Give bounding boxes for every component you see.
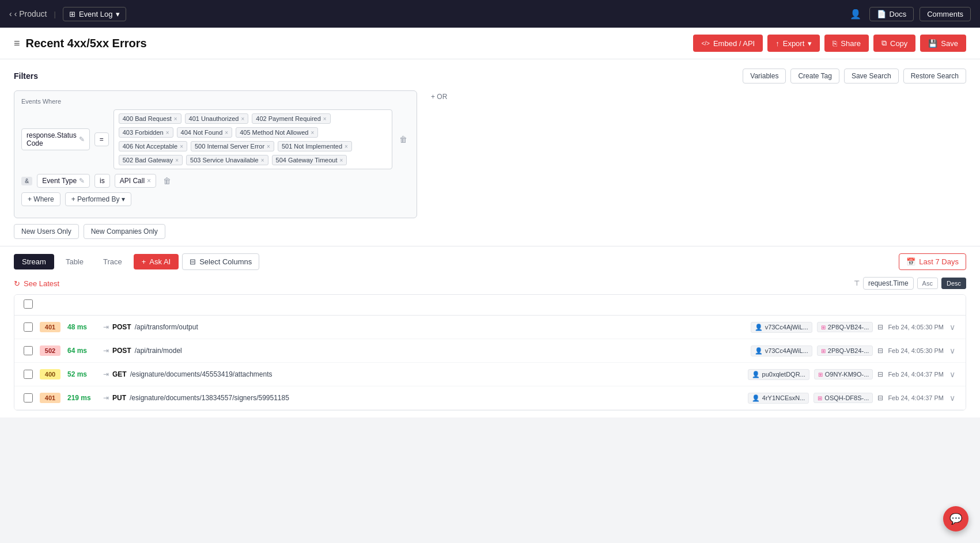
row-checkbox[interactable] <box>24 393 33 402</box>
row-checkbox[interactable] <box>24 322 33 332</box>
table-row[interactable]: 502 64 ms ⇥ POST /api/train/model 👤 v73C… <box>14 339 966 363</box>
nav-right: 👤 📄 Docs Comments <box>847 6 971 22</box>
tag-remove-icon[interactable]: × <box>180 143 183 150</box>
tag-remove-icon[interactable]: × <box>345 143 348 150</box>
tag-remove-icon[interactable]: × <box>267 143 270 150</box>
embed-api-button[interactable]: </> Embed / API <box>693 35 763 52</box>
status-badge: 502 <box>40 345 60 356</box>
variables-button[interactable]: Variables <box>743 69 786 83</box>
tag-remove-icon[interactable]: × <box>340 157 343 164</box>
tab-stream[interactable]: Stream <box>14 254 54 269</box>
tags-container: 400 Bad Request×401 Unauthorized×402 Pay… <box>113 109 392 169</box>
expand-row-button[interactable]: ∨ <box>948 369 956 380</box>
value-x-icon[interactable]: × <box>147 177 151 185</box>
performed-by-button[interactable]: + Performed By ▾ <box>65 192 131 206</box>
tag-label: 404 Not Found <box>181 129 223 136</box>
tab-trace[interactable]: Trace <box>95 254 130 269</box>
filter-tag: 503 Service Unavailable× <box>186 155 268 165</box>
session-chip: ⊞ 2P8Q-VB24-... <box>817 322 873 332</box>
tabs-right: 📅 Last 7 Days <box>899 253 966 270</box>
filter-tag: 500 Internal Server Error× <box>191 141 274 151</box>
performed-chevron-icon: ▾ <box>122 195 125 203</box>
segment-button[interactable]: New Users Only <box>14 224 79 239</box>
http-method: POST <box>112 323 131 331</box>
and-badge: & <box>21 177 32 185</box>
http-method: PUT <box>112 394 126 402</box>
duration: 52 ms <box>67 370 96 378</box>
tab-table[interactable]: Table <box>58 254 92 269</box>
back-button[interactable]: ‹ ‹ Product <box>9 9 47 18</box>
event-type-field[interactable]: Event Type ✎ <box>37 174 90 188</box>
session-id: O9NY-KM9O-... <box>825 371 869 378</box>
filter-add-row: + Where + Performed By ▾ <box>21 192 410 206</box>
segment-button[interactable]: New Companies Only <box>84 224 165 239</box>
docs-icon: 📄 <box>877 10 886 18</box>
export-button[interactable]: ↑ Export ▾ <box>767 35 820 52</box>
last7-label: Last 7 Days <box>919 257 959 266</box>
sort-asc-button[interactable]: Asc <box>917 278 938 289</box>
add-where-button[interactable]: + Where <box>21 192 60 206</box>
copy-icon: ⧉ <box>881 39 887 48</box>
sort-desc-button[interactable]: Desc <box>941 278 966 289</box>
row-checkbox[interactable] <box>24 346 33 355</box>
export-label: Export <box>783 39 805 48</box>
filter-tag: 403 Forbidden× <box>119 127 173 138</box>
table-row[interactable]: 400 52 ms ⇥ GET /esignature/documents/45… <box>14 363 966 386</box>
event-log-button[interactable]: ⊞ Event Log ▾ <box>63 7 127 21</box>
status-badge: 400 <box>40 369 60 379</box>
filter-tag: 401 Unauthorized× <box>185 113 249 124</box>
tag-remove-icon[interactable]: × <box>175 157 179 164</box>
tag-remove-icon[interactable]: × <box>323 116 327 122</box>
table-container: 401 48 ms ⇥ POST /api/transform/output 👤… <box>14 294 966 411</box>
arrow-icon: ⇥ <box>103 394 109 402</box>
row2-operator[interactable]: is <box>94 174 110 188</box>
session-id: OSQH-DF8S-... <box>824 394 869 401</box>
expand-row-button[interactable]: ∨ <box>948 345 956 356</box>
table-row[interactable]: 401 48 ms ⇥ POST /api/transform/output 👤… <box>14 316 966 339</box>
share-button[interactable]: ⎘ Share <box>824 35 869 52</box>
create-tag-button[interactable]: Create Tag <box>790 69 839 83</box>
see-latest-button[interactable]: ↻ See Latest <box>14 279 59 288</box>
share-label: Share <box>841 39 861 48</box>
table-row[interactable]: 401 219 ms ⇥ PUT /esignature/documents/1… <box>14 386 966 410</box>
select-all-checkbox[interactable] <box>24 299 33 309</box>
tag-remove-icon[interactable]: × <box>311 130 314 136</box>
expand-row-button[interactable]: ∨ <box>948 321 956 333</box>
select-columns-button[interactable]: ⊟ Select Columns <box>182 253 259 270</box>
delete-filter-row-button[interactable]: 🗑 <box>397 132 410 146</box>
sort-field[interactable]: request.Time <box>863 277 914 290</box>
event-type-value[interactable]: API Call × <box>115 174 156 188</box>
nav-divider: | <box>54 10 55 18</box>
ask-ai-button[interactable]: + Ask AI <box>134 254 179 269</box>
filter-operator[interactable]: = <box>94 132 109 146</box>
expand-row-button[interactable]: ∨ <box>948 392 956 404</box>
timestamp: Feb 24, 4:05:30 PM <box>888 324 944 331</box>
event-type-label: Event Type <box>42 177 77 185</box>
user-settings-icon[interactable]: 👤 <box>847 6 864 22</box>
tag-remove-icon[interactable]: × <box>166 130 169 136</box>
export-chevron-icon: ▾ <box>808 39 812 48</box>
tag-remove-icon[interactable]: × <box>261 157 264 164</box>
docs-button[interactable]: 📄 Docs <box>869 7 914 21</box>
last7-days-button[interactable]: 📅 Last 7 Days <box>899 253 966 270</box>
session-chip: ⊞ O9NY-KM9O-... <box>814 369 873 379</box>
filter-tag: 406 Not Acceptable× <box>119 141 187 151</box>
filter-tag: 504 Gateway Timeout× <box>272 155 347 165</box>
tag-remove-icon[interactable]: × <box>241 116 244 122</box>
save-search-button[interactable]: Save Search <box>844 69 899 83</box>
row-checkbox[interactable] <box>24 370 33 379</box>
filter-tag: 402 Payment Required× <box>252 113 330 124</box>
row-meta: 👤 v73Cc4AjWiL... ⊞ 2P8Q-VB24-... ⊟ Feb 2… <box>751 321 956 333</box>
session-icon: ⊞ <box>818 371 823 378</box>
restore-search-button[interactable]: Restore Search <box>903 69 966 83</box>
delete-row2-button[interactable]: 🗑 <box>161 174 173 188</box>
comments-button[interactable]: Comments <box>920 7 971 21</box>
tag-remove-icon[interactable]: × <box>225 130 228 136</box>
comments-label: Comments <box>927 10 963 18</box>
or-button[interactable]: + OR <box>429 90 449 103</box>
save-button[interactable]: 💾 Save <box>920 35 966 52</box>
select-cols-label: Select Columns <box>199 257 252 266</box>
tag-remove-icon[interactable]: × <box>174 116 177 122</box>
copy-button[interactable]: ⧉ Copy <box>873 35 915 52</box>
filter-field[interactable]: response.Status Code ✎ <box>21 128 90 150</box>
